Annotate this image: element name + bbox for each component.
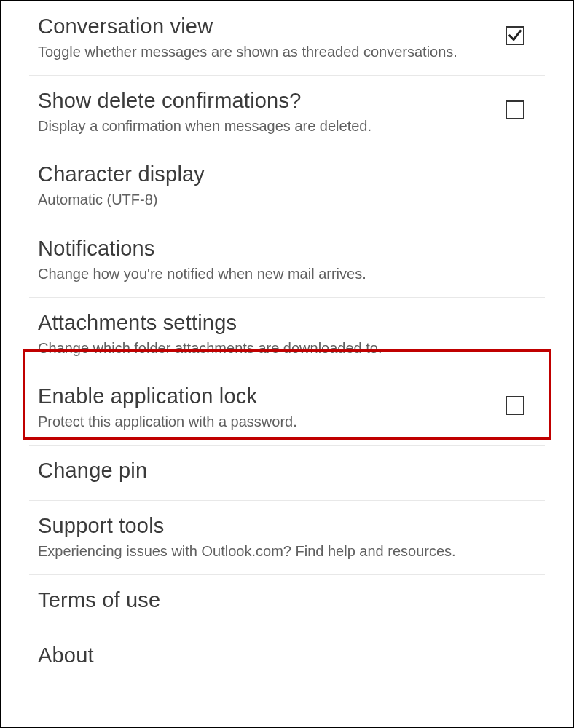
row-title: About: [38, 644, 532, 668]
row-text: Change pin: [38, 459, 545, 487]
row-support[interactable]: Support tools Experiencing issues with O…: [29, 501, 545, 575]
row-about[interactable]: About: [29, 630, 545, 685]
row-text: Show delete confirmations? Display a con…: [38, 89, 506, 136]
row-title: Show delete confirmations?: [38, 89, 492, 113]
row-title: Enable application lock: [38, 384, 492, 408]
settings-list: Conversation view Toggle whether message…: [29, 1, 545, 685]
row-text: Conversation view Toggle whether message…: [38, 15, 506, 62]
row-char-display[interactable]: Character display Automatic (UTF-8): [29, 149, 545, 223]
app-frame: Conversation view Toggle whether message…: [0, 0, 574, 728]
row-desc: Toggle whether messages are shown as thr…: [38, 43, 492, 62]
row-title: Conversation view: [38, 15, 492, 39]
row-desc: Experiencing issues with Outlook.com? Fi…: [38, 542, 532, 561]
row-terms[interactable]: Terms of use: [29, 575, 545, 630]
row-delete-confirm[interactable]: Show delete confirmations? Display a con…: [29, 76, 545, 150]
row-conversation-view[interactable]: Conversation view Toggle whether message…: [29, 1, 545, 76]
row-text: Attachments settings Change which folder…: [38, 311, 545, 358]
row-attachments[interactable]: Attachments settings Change which folder…: [29, 298, 545, 372]
row-desc: Display a confirmation when messages are…: [38, 117, 492, 136]
row-desc: Change which folder attachments are down…: [38, 339, 532, 358]
row-desc: Protect this application with a password…: [38, 413, 492, 432]
row-text: Notifications Change how you're notified…: [38, 237, 545, 284]
checkbox-app-lock[interactable]: [506, 396, 524, 415]
row-title: Support tools: [38, 514, 532, 538]
row-desc: Change how you're notified when new mail…: [38, 265, 532, 284]
row-change-pin[interactable]: Change pin: [29, 446, 545, 501]
row-desc: Automatic (UTF-8): [38, 191, 532, 210]
row-text: Terms of use: [38, 588, 545, 617]
row-title: Character display: [38, 162, 532, 186]
row-title: Terms of use: [38, 588, 532, 612]
check-icon: [507, 28, 523, 44]
row-title: Attachments settings: [38, 311, 532, 335]
row-app-lock[interactable]: Enable application lock Protect this app…: [29, 371, 545, 446]
row-notifications[interactable]: Notifications Change how you're notified…: [29, 223, 545, 298]
checkbox-conversation-view[interactable]: [506, 26, 524, 45]
checkbox-delete-confirm[interactable]: [506, 100, 524, 119]
row-text: About: [38, 644, 545, 672]
row-text: Character display Automatic (UTF-8): [38, 162, 545, 210]
row-text: Support tools Experiencing issues with O…: [38, 514, 545, 561]
row-title: Notifications: [38, 237, 532, 261]
row-text: Enable application lock Protect this app…: [38, 384, 506, 432]
row-title: Change pin: [38, 459, 532, 483]
